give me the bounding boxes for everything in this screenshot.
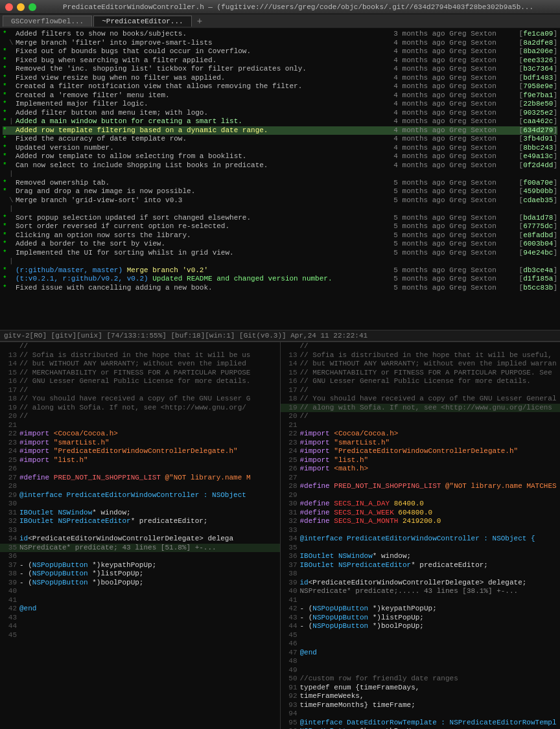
code-line: 39 id<PredicateEditorWindowControllerDel… (281, 579, 561, 588)
log-time: 4 months ago (393, 82, 445, 91)
line-number: 46 (282, 640, 300, 649)
code-line: 24#import "PredicateEditorWindowControll… (0, 447, 280, 456)
log-author: Greg Sexton (445, 222, 517, 231)
log-time: 4 months ago (393, 91, 445, 100)
log-time: 4 months ago (393, 126, 445, 135)
log-time: 5 months ago (393, 196, 445, 205)
line-number: 31 (282, 509, 300, 518)
log-message: Added row template to allow selecting fr… (16, 152, 391, 161)
maximize-button[interactable] (29, 3, 36, 11)
code-line: 27 (281, 474, 561, 483)
log-author: Greg Sexton (445, 214, 517, 223)
line-number: 19 (1, 404, 19, 413)
titlebar: PredicateEditorWindowController.h — (fug… (0, 0, 560, 14)
log-line: * Sort popup selection updated if sort c… (3, 214, 557, 223)
line-number: 23 (1, 439, 19, 448)
line-number: 13 (282, 351, 300, 360)
log-message: Fixed out of bounds bugs that could occu… (16, 47, 391, 56)
line-number: 16 (282, 377, 300, 386)
line-number: 30 (282, 500, 300, 509)
code-line: 18// You should have received a copy of … (0, 395, 280, 404)
log-pipe: | (9, 117, 16, 126)
log-pipe (9, 135, 16, 144)
log-line: * (r:github/master, master) Merge branch… (3, 266, 557, 275)
line-number: 24 (282, 447, 300, 456)
log-star: * (3, 161, 9, 170)
log-message: Fixed view resize bug when no filter was… (16, 74, 391, 83)
line-number: 34 (282, 535, 300, 544)
log-hash: [bda1d78] (519, 214, 557, 223)
line-content: #define PRED_NOT_IN_SHOPPING_LIST @"NOT … (300, 482, 559, 491)
line-content: // (19, 412, 279, 421)
log-pipe (9, 152, 16, 161)
line-content (300, 631, 559, 640)
line-number (1, 342, 19, 351)
log-message: Fixed issue with cancelling adding a new… (16, 284, 391, 293)
log-star: * (3, 91, 9, 100)
line-number: 37 (282, 561, 300, 570)
log-line: * Fixed bug when searching with a filter… (3, 56, 557, 65)
line-content: #import "PredicateEditorWindowController… (300, 447, 559, 456)
line-number: 43 (282, 614, 300, 623)
line-content: // but WITHOUT ANY WARRANTY; without eve… (300, 360, 559, 369)
line-content: typedef enum {timeFrameDays, (300, 684, 559, 693)
code-line: 23#import "smartList.h" (281, 439, 561, 448)
line-number: 36 (282, 552, 300, 561)
code-line: 24#import "PredicateEditorWindowControll… (281, 447, 561, 456)
code-line: 15// MERCHANTABILITY or FITNESS FOR A PA… (0, 369, 280, 378)
log-author: Greg Sexton (445, 152, 517, 161)
log-message: Added filters to show no books/subjects. (16, 30, 391, 39)
line-content: IBOutlet NSWindow* window; (300, 552, 559, 561)
line-number: 26 (1, 465, 19, 474)
log-line: * Added row template to allow selecting … (3, 152, 557, 161)
log-message: Created a filter notification view that … (16, 82, 391, 91)
line-content (300, 710, 559, 719)
line-content: // You should have received a copy of th… (19, 395, 279, 404)
log-hash: [cdaeb35] (519, 196, 557, 205)
log-line: * Removed the 'inc. shopping list' tickb… (3, 65, 557, 74)
log-line: *|Added a main window button for creatin… (3, 117, 557, 126)
code-line: 35 NSPredicate* predicate; 43 lines [51.… (0, 544, 280, 553)
log-author: Greg Sexton (445, 30, 517, 39)
line-number: 47 (282, 649, 300, 658)
log-author: Greg Sexton (445, 144, 517, 153)
close-button[interactable] (5, 3, 13, 11)
log-time: 3 months ago (393, 30, 445, 39)
line-number: 94 (282, 710, 300, 719)
line-content (19, 482, 279, 491)
tab-add-button[interactable]: + (193, 16, 206, 27)
code-line: 23#import "smartList.h" (0, 439, 280, 448)
line-number: 48 (282, 657, 300, 666)
minimize-button[interactable] (17, 3, 25, 11)
log-star: * (3, 249, 9, 258)
log-star: * (3, 214, 9, 223)
code-line: 20// (0, 412, 280, 421)
line-content (19, 614, 279, 623)
line-content: NSPredicate* predicate;..... 43 lines [3… (300, 587, 559, 596)
log-time: 5 months ago (393, 249, 445, 258)
log-star: * (3, 109, 9, 118)
line-content: @end (300, 649, 559, 658)
log-pipe (9, 109, 16, 118)
log-line: | (3, 170, 557, 179)
log-time: 5 months ago (393, 240, 445, 249)
line-number: 41 (282, 596, 300, 605)
log-time: 5 months ago (393, 275, 445, 284)
code-line: 42- (NSPopUpButton *)keypathPopUp; (281, 605, 561, 614)
line-number: 16 (1, 377, 19, 386)
line-number: 29 (1, 491, 19, 500)
line-number: 32 (282, 517, 300, 526)
line-content: // (300, 412, 559, 421)
log-pipe (9, 187, 16, 196)
log-message: Added a main window button for creating … (16, 117, 391, 126)
code-line: 93 timeFrameMonths} timeFrame; (281, 701, 561, 710)
log-hash: [7958e9e] (519, 82, 557, 91)
tab-predicateeditor[interactable]: ~PredicateEditor... (93, 16, 191, 27)
log-author: Greg Sexton (445, 187, 517, 196)
tab-gscoverflowdel[interactable]: GSCoverflowDel... (3, 16, 92, 27)
log-line: * Created a 'remove filter' menu item.4 … (3, 91, 557, 100)
log-line: * Added row template filtering based on … (3, 126, 557, 135)
log-time: 5 months ago (393, 179, 445, 188)
line-content (300, 421, 559, 430)
log-hash: [8a2dfe8] (519, 39, 557, 48)
